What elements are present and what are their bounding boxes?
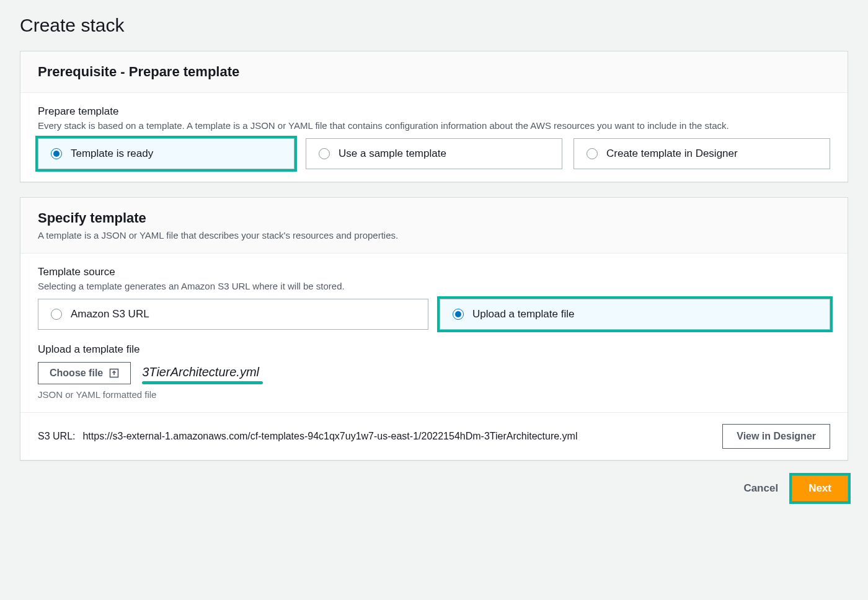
template-source-label: Template source xyxy=(38,266,830,278)
upload-template-label: Upload a template file xyxy=(38,343,830,356)
panel-specify-template: Specify template A template is a JSON or… xyxy=(20,197,848,461)
file-format-hint: JSON or YAML formatted file xyxy=(38,389,830,400)
template-source-options: Amazon S3 URL Upload a template file xyxy=(38,299,830,330)
option-sample-template[interactable]: Use a sample template xyxy=(306,138,562,169)
choose-file-row: Choose file 3TierArchitecture.yml xyxy=(38,362,830,384)
radio-icon xyxy=(319,148,330,159)
panel-prerequisite-title: Prerequisite - Prepare template xyxy=(38,64,830,80)
s3-url-row: S3 URL: https://s3-external-1.amazonaws.… xyxy=(38,431,577,442)
cancel-button[interactable]: Cancel xyxy=(743,482,778,495)
radio-icon xyxy=(587,148,598,159)
option-upload-file-label: Upload a template file xyxy=(472,308,574,320)
panel-prerequisite-header: Prerequisite - Prepare template xyxy=(20,51,848,93)
panel-prerequisite-body: Prepare template Every stack is based on… xyxy=(20,93,848,182)
prepare-template-label: Prepare template xyxy=(38,105,830,118)
uploaded-filename: 3TierArchitecture.yml xyxy=(142,365,259,382)
template-source-desc: Selecting a template generates an Amazon… xyxy=(38,281,830,291)
view-in-designer-button[interactable]: View in Designer xyxy=(722,424,830,449)
prepare-template-desc: Every stack is based on a template. A te… xyxy=(38,120,830,131)
panel-prerequisite: Prerequisite - Prepare template Prepare … xyxy=(20,51,848,182)
panel-specify-title: Specify template xyxy=(38,210,830,226)
panel-specify-footer: S3 URL: https://s3-external-1.amazonaws.… xyxy=(20,412,848,460)
option-template-ready[interactable]: Template is ready xyxy=(38,138,294,169)
option-template-ready-label: Template is ready xyxy=(71,148,153,160)
radio-icon xyxy=(453,309,464,320)
radio-icon xyxy=(51,309,62,320)
option-s3-url-label: Amazon S3 URL xyxy=(71,308,149,320)
panel-specify-subtitle: A template is a JSON or YAML file that d… xyxy=(38,230,830,240)
option-create-designer-label: Create template in Designer xyxy=(606,148,738,160)
page-actions: Cancel Next xyxy=(20,475,848,501)
choose-file-label: Choose file xyxy=(50,368,103,379)
prepare-template-options: Template is ready Use a sample template … xyxy=(38,138,830,169)
option-create-designer[interactable]: Create template in Designer xyxy=(574,138,830,169)
next-button[interactable]: Next xyxy=(792,475,848,501)
panel-specify-body: Template source Selecting a template gen… xyxy=(20,254,848,412)
upload-icon xyxy=(109,368,119,378)
choose-file-button[interactable]: Choose file xyxy=(38,362,131,384)
s3-url-value: https://s3-external-1.amazonaws.com/cf-t… xyxy=(82,431,577,442)
s3-url-label: S3 URL: xyxy=(38,431,75,442)
radio-icon xyxy=(51,148,62,159)
option-upload-file[interactable]: Upload a template file xyxy=(440,299,830,330)
option-sample-template-label: Use a sample template xyxy=(339,148,446,160)
panel-specify-header: Specify template A template is a JSON or… xyxy=(20,198,848,254)
option-s3-url[interactable]: Amazon S3 URL xyxy=(38,299,428,330)
page-title: Create stack xyxy=(20,15,848,36)
